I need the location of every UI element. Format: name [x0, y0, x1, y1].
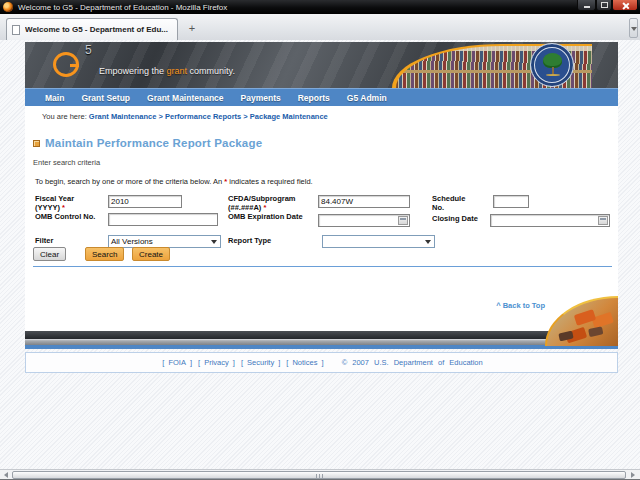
close-button[interactable]	[612, 0, 638, 11]
content-area: You are here: Grant Maintenance > Perfor…	[25, 106, 618, 331]
instruction-pre: To begin, search by one or more of the c…	[35, 177, 224, 186]
filter-selected-value: All Versions	[111, 237, 153, 246]
maximize-button[interactable]	[596, 0, 612, 11]
breadcrumb: You are here: Grant Maintenance > Perfor…	[42, 112, 328, 121]
scroll-left-arrow[interactable]	[0, 471, 12, 479]
g5-logo-icon	[53, 52, 79, 77]
omb-control-no-label: OMB Control No.	[35, 213, 101, 222]
browser-window: Welcome to G5 - Department of Education …	[0, 0, 640, 480]
site-tagline: Empowering the grant community.	[99, 66, 235, 76]
dept-of-education-seal-icon	[530, 43, 574, 87]
footer-link-privacy[interactable]: Privacy	[204, 358, 229, 367]
bracket: [	[241, 358, 243, 367]
instruction-text: To begin, search by one or more of the c…	[35, 177, 313, 186]
omb-expiration-date-input[interactable]	[318, 214, 410, 227]
seal-tree-trunk	[552, 67, 554, 74]
back-to-top-link[interactable]: ^ Back to Top	[496, 301, 545, 310]
nav-item-main[interactable]: Main	[45, 93, 64, 103]
omb-expiration-date-label: OMB Expiration Date	[228, 213, 308, 222]
scrollbar-thumb[interactable]	[12, 471, 626, 479]
g5-logo-number: 5	[85, 43, 92, 57]
page-viewport: 5 Empowering the grant community. Main G…	[0, 40, 640, 469]
copyright-text: © 2007 U.S. Department of Education	[342, 358, 483, 367]
bottom-photo-band	[25, 331, 618, 345]
seal-tree-icon	[543, 53, 562, 68]
bracket: ]	[278, 358, 280, 367]
breadcrumb-link-performance-reports[interactable]: Performance Reports	[165, 112, 241, 121]
maximize-icon	[601, 2, 608, 8]
instruction-post: indicates a required field.	[227, 177, 312, 186]
main-nav: Main Grant Setup Grant Maintenance Payme…	[25, 88, 618, 106]
tagline-pre: Empowering the	[99, 66, 167, 76]
breadcrumb-link-package-maintenance[interactable]: Package Maintenance	[250, 112, 328, 121]
schedule-no-input[interactable]	[493, 195, 529, 208]
seal-ground	[546, 74, 560, 76]
desk-shadow-shape	[558, 331, 573, 342]
scrollbar-grip	[319, 474, 320, 478]
page-title: Maintain Performance Report Package	[45, 137, 262, 149]
report-type-label: Report Type	[228, 237, 308, 246]
title-bullet-icon	[33, 140, 40, 147]
search-criteria-subtitle: Enter search criteria	[33, 158, 100, 167]
cfda-subprogram-label: CFDA/Subprogram (##.###A) *	[228, 195, 316, 212]
bracket: [	[286, 358, 288, 367]
minimize-icon	[584, 6, 590, 8]
footer-link-foia[interactable]: FOIA	[168, 358, 186, 367]
closing-date-input[interactable]	[490, 214, 610, 227]
search-button[interactable]: Search	[85, 247, 124, 261]
bracket: ]	[233, 358, 235, 367]
minimize-button[interactable]	[577, 0, 596, 11]
filter-label: Filter	[35, 237, 101, 246]
breadcrumb-prefix: You are here:	[42, 112, 87, 121]
footer-link-security[interactable]: Security	[247, 358, 274, 367]
fiscal-year-input[interactable]	[108, 195, 182, 208]
cfda-subprogram-input[interactable]	[318, 195, 410, 208]
nav-item-grant-maintenance[interactable]: Grant Maintenance	[147, 93, 224, 103]
tab-bar: Welcome to G5 - Department of Edu... +	[0, 14, 640, 40]
fiscal-year-label: Fiscal Year (YYYY) *	[35, 195, 101, 212]
create-button[interactable]: Create	[132, 247, 170, 261]
bracket: [	[198, 358, 200, 367]
breadcrumb-link-grant-maintenance[interactable]: Grant Maintenance	[89, 112, 157, 121]
chevron-down-icon	[425, 240, 431, 244]
footer-link-notices[interactable]: Notices	[292, 358, 317, 367]
breadcrumb-separator: >	[243, 112, 247, 121]
page-icon	[12, 25, 20, 35]
clear-button[interactable]: Clear	[33, 247, 66, 261]
nav-item-grant-setup[interactable]: Grant Setup	[81, 93, 130, 103]
window-title: Welcome to G5 - Department of Education …	[18, 3, 227, 12]
nav-item-g5-admin[interactable]: G5 Admin	[347, 93, 387, 103]
window-titlebar: Welcome to G5 - Department of Education …	[0, 0, 640, 14]
calendar-icon[interactable]	[598, 216, 608, 225]
tagline-post: community.	[187, 66, 235, 76]
tab-list-button[interactable]	[629, 18, 638, 38]
nav-item-payments[interactable]: Payments	[241, 93, 281, 103]
nav-item-reports[interactable]: Reports	[298, 93, 330, 103]
omb-control-no-input[interactable]	[108, 213, 218, 226]
site-header: 5 Empowering the grant community.	[25, 42, 618, 88]
new-tab-button[interactable]: +	[184, 21, 200, 37]
tab-title: Welcome to G5 - Department of Edu...	[25, 25, 168, 34]
chevron-down-icon	[211, 240, 217, 244]
bracket: [	[162, 358, 164, 367]
page-content: 5 Empowering the grant community. Main G…	[25, 42, 618, 373]
bottom-blue-strip	[25, 345, 618, 349]
closing-date-label: Closing Date	[432, 215, 490, 224]
tagline-highlight: grant	[167, 66, 188, 76]
close-icon	[622, 2, 629, 9]
breadcrumb-separator: >	[158, 112, 162, 121]
schedule-no-label: Schedule No.	[432, 195, 476, 212]
divider-line	[33, 266, 612, 267]
scroll-right-arrow[interactable]	[627, 471, 639, 479]
tab-welcome-g5[interactable]: Welcome to G5 - Department of Edu...	[6, 18, 178, 40]
site-footer: [FOIA] [Privacy] [Security] [Notices] © …	[25, 352, 618, 373]
desk-shape	[574, 309, 596, 326]
bracket: ]	[321, 358, 323, 367]
report-type-select[interactable]	[322, 235, 435, 248]
bracket: ]	[190, 358, 192, 367]
firefox-icon	[3, 2, 13, 12]
calendar-icon[interactable]	[398, 216, 408, 225]
horizontal-scrollbar[interactable]	[0, 469, 640, 479]
